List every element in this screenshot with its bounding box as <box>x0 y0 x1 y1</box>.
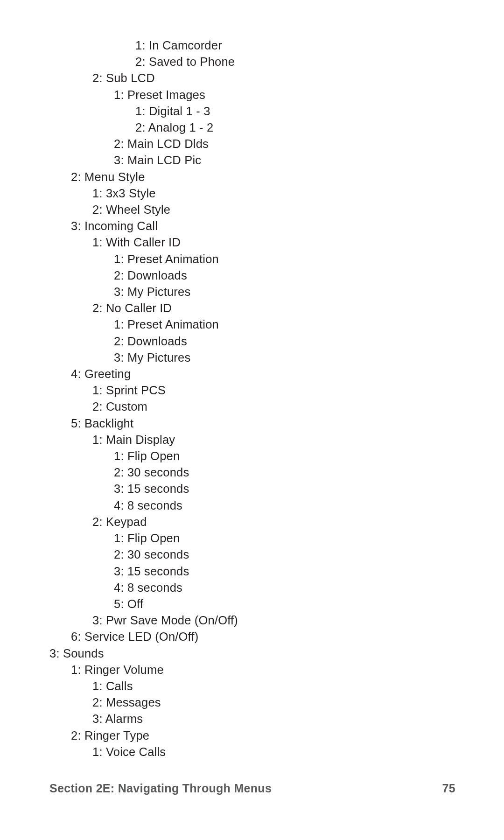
page-footer: Section 2E: Navigating Through Menus 75 <box>49 782 455 795</box>
menu-outline: 1: In Camcorder2: Saved to Phone2: Sub L… <box>49 37 455 760</box>
menu-item: 2: Saved to Phone <box>49 54 455 70</box>
menu-item: 2: No Caller ID <box>49 300 455 316</box>
menu-item: 2: Messages <box>49 694 455 711</box>
menu-item: 3: 15 seconds <box>49 481 455 497</box>
menu-item: 1: Calls <box>49 678 455 694</box>
menu-item: 4: 8 seconds <box>49 497 455 514</box>
menu-item: 2: Menu Style <box>49 169 455 185</box>
menu-item: 2: Sub LCD <box>49 70 455 86</box>
menu-item: 2: Analog 1 - 2 <box>49 119 455 136</box>
footer-section-label: Section 2E: Navigating Through Menus <box>49 782 272 795</box>
menu-item: 5: Backlight <box>49 415 455 432</box>
menu-item: 3: Pwr Save Mode (On/Off) <box>49 612 455 629</box>
menu-item: 2: Downloads <box>49 267 455 284</box>
menu-item: 1: Preset Animation <box>49 251 455 267</box>
menu-item: 1: Digital 1 - 3 <box>49 103 455 119</box>
footer-page-number: 75 <box>442 782 455 795</box>
menu-item: 3: 15 seconds <box>49 563 455 580</box>
menu-item: 1: In Camcorder <box>49 37 455 54</box>
menu-item: 2: Wheel Style <box>49 202 455 218</box>
menu-item: 2: Custom <box>49 399 455 415</box>
menu-item: 1: Preset Images <box>49 87 455 103</box>
menu-item: 3: Sounds <box>49 645 455 662</box>
menu-item: 2: 30 seconds <box>49 464 455 481</box>
menu-item: 3: Alarms <box>49 711 455 727</box>
menu-item: 4: Greeting <box>49 366 455 382</box>
menu-item: 2: Main LCD Dlds <box>49 136 455 152</box>
menu-item: 1: Preset Animation <box>49 316 455 333</box>
menu-item: 1: Sprint PCS <box>49 382 455 399</box>
menu-item: 5: Off <box>49 596 455 612</box>
menu-item: 1: Flip Open <box>49 530 455 546</box>
menu-item: 1: Main Display <box>49 432 455 448</box>
menu-item: 1: Flip Open <box>49 448 455 464</box>
menu-item: 1: Voice Calls <box>49 744 455 760</box>
menu-item: 3: My Pictures <box>49 350 455 366</box>
menu-item: 3: Main LCD Pic <box>49 152 455 168</box>
menu-item: 2: Keypad <box>49 514 455 530</box>
menu-item: 4: 8 seconds <box>49 580 455 596</box>
menu-item: 3: My Pictures <box>49 284 455 300</box>
menu-item: 3: Incoming Call <box>49 218 455 234</box>
menu-item: 1: Ringer Volume <box>49 662 455 678</box>
menu-item: 6: Service LED (On/Off) <box>49 629 455 645</box>
menu-item: 1: 3x3 Style <box>49 185 455 202</box>
menu-item: 2: 30 seconds <box>49 546 455 563</box>
menu-item: 2: Downloads <box>49 333 455 350</box>
menu-item: 1: With Caller ID <box>49 234 455 251</box>
menu-item: 2: Ringer Type <box>49 728 455 744</box>
